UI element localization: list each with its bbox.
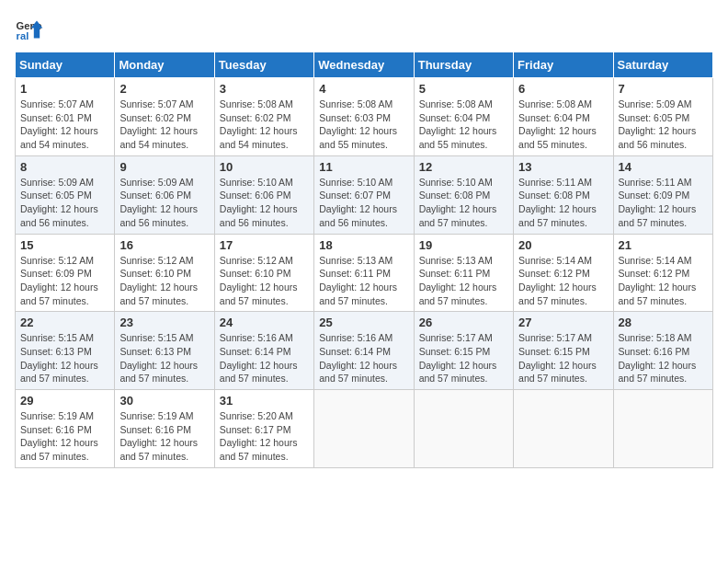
weekday-header-wednesday: Wednesday [314,52,414,78]
weekday-header-sunday: Sunday [16,52,115,78]
calendar-cell: 22 Sunrise: 5:15 AM Sunset: 6:13 PM Dayl… [16,312,115,390]
calendar-cell: 23 Sunrise: 5:15 AM Sunset: 6:13 PM Dayl… [115,312,214,390]
day-number: 25 [319,316,408,329]
calendar-cell [314,390,414,468]
day-info: Sunrise: 5:08 AM Sunset: 6:04 PM Dayligh… [518,98,608,152]
weekday-header-monday: Monday [115,52,214,78]
day-number: 2 [119,82,209,96]
day-number: 4 [319,82,408,96]
day-info: Sunrise: 5:10 AM Sunset: 6:06 PM Dayligh… [220,176,309,230]
calendar-cell: 17 Sunrise: 5:12 AM Sunset: 6:10 PM Dayl… [214,234,313,312]
calendar-week-5: 29 Sunrise: 5:19 AM Sunset: 6:16 PM Dayl… [16,390,713,468]
calendar-week-1: 1 Sunrise: 5:07 AM Sunset: 6:01 PM Dayli… [16,78,713,156]
calendar-cell: 25 Sunrise: 5:16 AM Sunset: 6:14 PM Dayl… [314,312,414,390]
calendar-cell: 11 Sunrise: 5:10 AM Sunset: 6:07 PM Dayl… [314,155,414,234]
day-info: Sunrise: 5:13 AM Sunset: 6:11 PM Dayligh… [319,254,408,308]
day-number: 7 [619,82,708,96]
calendar-cell: 1 Sunrise: 5:07 AM Sunset: 6:01 PM Dayli… [16,78,115,156]
weekday-header-friday: Friday [514,52,613,78]
day-number: 23 [119,316,209,329]
calendar-cell: 15 Sunrise: 5:12 AM Sunset: 6:09 PM Dayl… [16,234,115,312]
calendar-cell: 4 Sunrise: 5:08 AM Sunset: 6:03 PM Dayli… [314,78,414,156]
calendar-cell: 9 Sunrise: 5:09 AM Sunset: 6:06 PM Dayli… [115,155,214,234]
calendar-cell: 8 Sunrise: 5:09 AM Sunset: 6:05 PM Dayli… [16,155,115,234]
calendar-cell: 7 Sunrise: 5:09 AM Sunset: 6:05 PM Dayli… [613,78,712,156]
day-info: Sunrise: 5:19 AM Sunset: 6:16 PM Dayligh… [119,409,209,464]
day-number: 17 [220,238,309,252]
calendar-cell: 6 Sunrise: 5:08 AM Sunset: 6:04 PM Dayli… [514,78,613,156]
day-number: 20 [518,238,608,252]
calendar-cell: 21 Sunrise: 5:14 AM Sunset: 6:12 PM Dayl… [613,234,712,312]
day-info: Sunrise: 5:10 AM Sunset: 6:08 PM Dayligh… [419,176,508,230]
day-info: Sunrise: 5:17 AM Sunset: 6:15 PM Dayligh… [518,331,608,385]
day-info: Sunrise: 5:08 AM Sunset: 6:03 PM Dayligh… [319,98,408,152]
day-number: 26 [419,316,508,329]
page-header: Gene ral [15,15,713,44]
logo: Gene ral [15,15,48,44]
day-number: 13 [518,160,608,174]
day-number: 15 [20,238,109,252]
day-info: Sunrise: 5:12 AM Sunset: 6:10 PM Dayligh… [119,254,209,308]
day-info: Sunrise: 5:09 AM Sunset: 6:05 PM Dayligh… [619,98,708,152]
day-info: Sunrise: 5:09 AM Sunset: 6:06 PM Dayligh… [119,176,209,230]
weekday-header-tuesday: Tuesday [214,52,313,78]
day-info: Sunrise: 5:08 AM Sunset: 6:02 PM Dayligh… [220,98,309,152]
day-number: 5 [419,82,508,96]
logo-icon: Gene ral [15,15,44,44]
calendar-cell: 3 Sunrise: 5:08 AM Sunset: 6:02 PM Dayli… [214,78,313,156]
calendar-week-2: 8 Sunrise: 5:09 AM Sunset: 6:05 PM Dayli… [16,155,713,234]
day-number: 19 [419,238,508,252]
day-info: Sunrise: 5:11 AM Sunset: 6:08 PM Dayligh… [518,176,608,230]
svg-text:ral: ral [17,30,29,41]
day-info: Sunrise: 5:09 AM Sunset: 6:05 PM Dayligh… [20,176,109,230]
calendar-cell: 13 Sunrise: 5:11 AM Sunset: 6:08 PM Dayl… [514,155,613,234]
calendar-week-3: 15 Sunrise: 5:12 AM Sunset: 6:09 PM Dayl… [16,234,713,312]
day-info: Sunrise: 5:11 AM Sunset: 6:09 PM Dayligh… [619,176,708,230]
weekday-header-row: SundayMondayTuesdayWednesdayThursdayFrid… [16,52,713,78]
day-info: Sunrise: 5:18 AM Sunset: 6:16 PM Dayligh… [619,331,708,385]
day-number: 1 [20,82,109,96]
day-number: 29 [20,394,109,408]
calendar-cell: 18 Sunrise: 5:13 AM Sunset: 6:11 PM Dayl… [314,234,414,312]
day-info: Sunrise: 5:14 AM Sunset: 6:12 PM Dayligh… [518,254,608,308]
day-number: 30 [119,394,209,408]
day-number: 6 [518,82,608,96]
day-info: Sunrise: 5:19 AM Sunset: 6:16 PM Dayligh… [20,409,109,464]
calendar-cell [514,390,613,468]
day-info: Sunrise: 5:08 AM Sunset: 6:04 PM Dayligh… [419,98,508,152]
day-number: 8 [20,160,109,174]
day-number: 9 [119,160,209,174]
day-info: Sunrise: 5:10 AM Sunset: 6:07 PM Dayligh… [319,176,408,230]
calendar-cell: 2 Sunrise: 5:07 AM Sunset: 6:02 PM Dayli… [115,78,214,156]
day-number: 21 [619,238,708,252]
calendar-cell: 16 Sunrise: 5:12 AM Sunset: 6:10 PM Dayl… [115,234,214,312]
calendar-cell: 14 Sunrise: 5:11 AM Sunset: 6:09 PM Dayl… [613,155,712,234]
calendar-cell: 29 Sunrise: 5:19 AM Sunset: 6:16 PM Dayl… [16,390,115,468]
calendar-cell: 31 Sunrise: 5:20 AM Sunset: 6:17 PM Dayl… [214,390,313,468]
day-info: Sunrise: 5:07 AM Sunset: 6:01 PM Dayligh… [20,98,109,152]
day-info: Sunrise: 5:12 AM Sunset: 6:09 PM Dayligh… [20,254,109,308]
day-number: 31 [220,394,309,408]
day-number: 24 [220,316,309,329]
weekday-header-thursday: Thursday [414,52,513,78]
day-info: Sunrise: 5:12 AM Sunset: 6:10 PM Dayligh… [220,254,309,308]
day-info: Sunrise: 5:20 AM Sunset: 6:17 PM Dayligh… [220,409,309,464]
calendar-cell: 5 Sunrise: 5:08 AM Sunset: 6:04 PM Dayli… [414,78,513,156]
day-info: Sunrise: 5:16 AM Sunset: 6:14 PM Dayligh… [220,331,309,385]
day-number: 16 [119,238,209,252]
day-number: 27 [518,316,608,329]
day-info: Sunrise: 5:14 AM Sunset: 6:12 PM Dayligh… [619,254,708,308]
day-number: 28 [619,316,708,329]
calendar-cell [613,390,712,468]
calendar-cell: 10 Sunrise: 5:10 AM Sunset: 6:06 PM Dayl… [214,155,313,234]
day-number: 3 [220,82,309,96]
calendar-cell: 28 Sunrise: 5:18 AM Sunset: 6:16 PM Dayl… [613,312,712,390]
calendar-cell: 19 Sunrise: 5:13 AM Sunset: 6:11 PM Dayl… [414,234,513,312]
calendar-cell: 27 Sunrise: 5:17 AM Sunset: 6:15 PM Dayl… [514,312,613,390]
calendar-cell [414,390,513,468]
calendar-cell: 24 Sunrise: 5:16 AM Sunset: 6:14 PM Dayl… [214,312,313,390]
day-number: 22 [20,316,109,329]
calendar-cell: 30 Sunrise: 5:19 AM Sunset: 6:16 PM Dayl… [115,390,214,468]
day-number: 10 [220,160,309,174]
day-info: Sunrise: 5:17 AM Sunset: 6:15 PM Dayligh… [419,331,508,385]
